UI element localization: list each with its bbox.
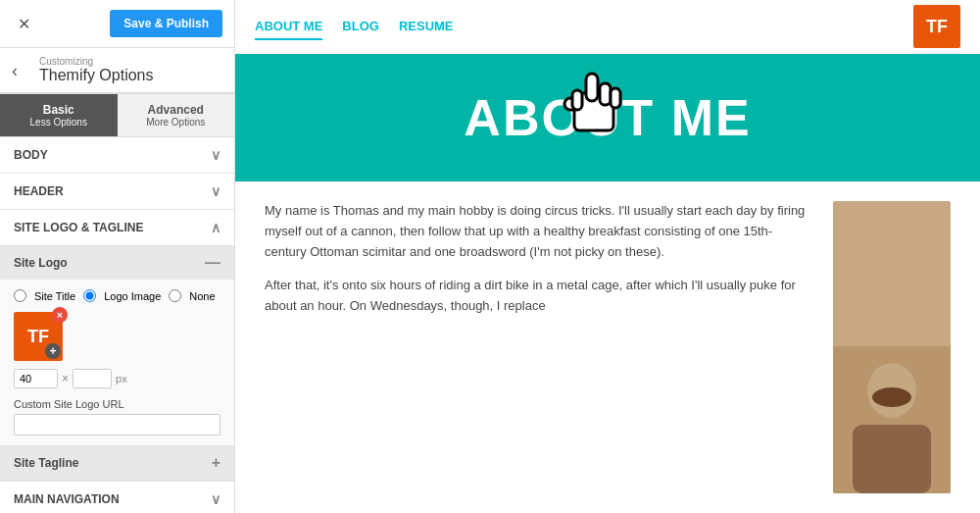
add-icon[interactable]: + [212,454,220,472]
paragraph-2: After that, it's onto six hours of ridin… [265,276,813,317]
section-list: BODY ∨ HEADER ∨ SITE LOGO & TAGLINE ∧ Si… [0,137,234,513]
minus-icon[interactable]: — [205,254,220,272]
height-input[interactable] [73,369,112,388]
close-button[interactable]: ✕ [12,13,36,35]
content-section: My name is Thomas and my main hobby is d… [235,181,980,513]
nav-blog[interactable]: BLOG [342,14,379,40]
site-tagline-section[interactable]: Site Tagline + [0,446,234,481]
section-main-nav-label: MAIN NAVIGATION [14,492,120,506]
cursor-hand-icon [560,64,628,142]
site-logo-label: Site Logo [14,256,68,270]
radio-none[interactable] [169,289,181,302]
svg-rect-5 [572,90,582,110]
svg-point-9 [872,387,911,407]
radio-site-title[interactable] [14,289,26,302]
custom-logo-label-row: Custom Site Logo URL [14,398,220,410]
customizing-label: Customizing [39,56,222,67]
logo-image-row: TF + × [14,312,220,361]
site-logo-badge: TF [913,5,960,48]
section-body[interactable]: BODY ∨ [0,137,234,174]
dimension-unit: px [116,373,127,385]
nav-about-me[interactable]: ABOUT ME [255,14,322,40]
svg-rect-2 [600,83,611,105]
site-header: ABOUT ME BLOG RESUME TF [235,0,980,54]
back-button[interactable]: ‹ [12,60,18,80]
section-site-logo-tagline: SITE LOGO & TAGLINE ∧ Site Logo — Site T… [0,210,234,482]
logo-preview[interactable]: TF + × [14,312,63,361]
site-logo-subheader[interactable]: Site Logo — [0,246,234,280]
radio-logo-image-label: Logo Image [104,290,161,302]
chevron-down-icon: ∨ [211,147,220,163]
site-logo-content: Site Title Logo Image None TF + × [0,280,234,445]
paragraph-1: My name is Thomas and my main hobby is d… [265,201,813,262]
chevron-down-icon: ∨ [211,491,220,507]
content-image [833,201,951,493]
site-logo-tagline-header[interactable]: SITE LOGO & TAGLINE ∧ [0,210,234,246]
dimension-row: × px [14,369,220,388]
logo-type-row: Site Title Logo Image None [14,289,220,302]
radio-none-label: None [189,290,215,302]
nav-resume[interactable]: RESUME [399,14,454,40]
section-body-label: BODY [14,148,48,162]
person-photo [833,346,951,493]
radio-site-title-label: Site Title [34,290,75,302]
main-content: ABOUT ME BLOG RESUME TF [235,0,980,513]
logo-remove-button[interactable]: × [52,307,68,323]
customizing-block: ‹ Customizing Themify Options [0,48,234,94]
width-input[interactable] [14,369,58,388]
site-tagline-label: Site Tagline [14,456,78,470]
svg-rect-3 [611,88,620,108]
logo-add-button[interactable]: + [45,343,61,359]
tab-advanced[interactable]: Advanced More Options [118,94,235,136]
site-logo-tagline-label: SITE LOGO & TAGLINE [14,221,143,234]
chevron-down-icon: ∨ [211,183,220,199]
sub-section-site-logo: Site Logo — Site Title Logo Image None [0,246,234,446]
section-main-nav[interactable]: MAIN NAVIGATION ∨ [0,482,234,513]
save-publish-button[interactable]: Save & Publish [110,10,222,37]
customizer-panel: ✕ Save & Publish ‹ Customizing Themify O… [0,0,235,513]
section-header[interactable]: HEADER ∨ [0,174,234,210]
custom-logo-url-input[interactable] [14,414,220,436]
nav-menu: ABOUT ME BLOG RESUME [255,14,454,40]
dimension-separator: × [62,372,69,385]
svg-rect-1 [586,74,598,101]
radio-logo-image[interactable] [83,289,96,302]
logo-text: TF [27,327,49,347]
mode-tabs: Basic Less Options Advanced More Options [0,94,234,137]
section-header-label: HEADER [14,184,64,198]
content-text: My name is Thomas and my main hobby is d… [265,201,813,493]
panel-title: Themify Options [39,67,222,84]
svg-rect-8 [853,425,931,493]
tab-basic[interactable]: Basic Less Options [0,94,118,136]
chevron-up-icon: ∧ [211,220,220,235]
top-bar: ✕ Save & Publish [0,0,234,48]
hero-section: ABOUT ME [235,54,980,181]
custom-logo-url-label: Custom Site Logo URL [14,398,124,410]
